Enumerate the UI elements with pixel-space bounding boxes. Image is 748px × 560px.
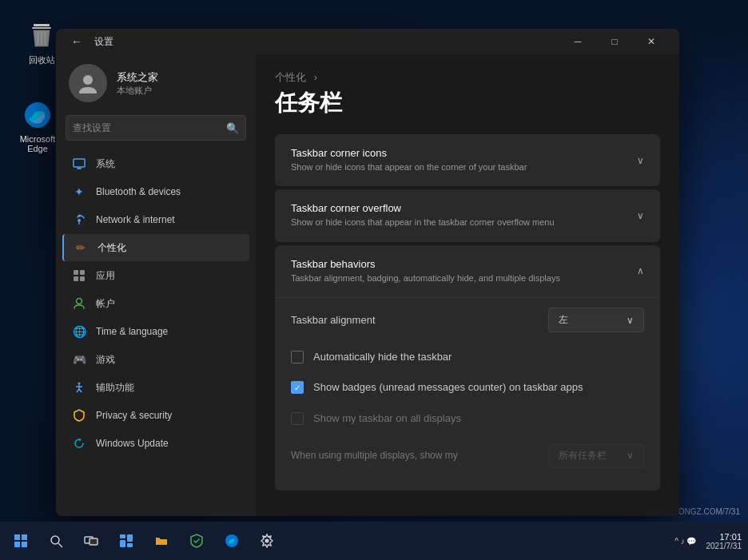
svg-point-36 <box>265 539 269 543</box>
settings-window: ← 设置 ─ □ ✕ <box>56 29 679 516</box>
svg-rect-15 <box>80 276 85 281</box>
accessibility-icon <box>72 380 86 395</box>
profile-sub: 本地账户 <box>117 85 158 97</box>
breadcrumb: 个性化 › <box>275 70 660 85</box>
svg-rect-1 <box>32 27 51 29</box>
page-title: 任务栏 <box>275 88 660 118</box>
sidebar-item-gaming[interactable]: 🎮 游戏 <box>62 346 249 373</box>
accounts-icon <box>72 296 86 311</box>
svg-line-21 <box>79 389 82 392</box>
personalization-icon: ✏ <box>74 240 88 255</box>
section-corner-overflow: Taskbar corner overflow Show or hide ico… <box>275 189 660 241</box>
time-icon: 🌐 <box>72 324 86 339</box>
sidebar-item-label-update: Windows Update <box>96 438 169 449</box>
svg-rect-33 <box>120 540 125 547</box>
taskbar: ^ ♪ 💬 17:01 2021/7/31 <box>0 522 748 560</box>
svg-rect-34 <box>127 543 133 547</box>
alignment-value: 左 <box>559 313 568 327</box>
svg-point-10 <box>78 219 81 222</box>
all-displays-label: Show my taskbar on all displays <box>313 411 461 426</box>
section-behaviors: Taskbar behaviors Taskbar alignment, bad… <box>275 245 660 490</box>
sidebar-item-accessibility[interactable]: 辅助功能 <box>62 374 249 401</box>
svg-rect-23 <box>14 534 20 540</box>
sidebar-item-update[interactable]: Windows Update <box>62 430 249 457</box>
section-behaviors-desc: Taskbar alignment, badging, automaticall… <box>291 272 560 284</box>
section-corner-overflow-text: Taskbar corner overflow Show or hide ico… <box>291 202 555 228</box>
svg-rect-26 <box>22 542 27 547</box>
section-corner-icons-title: Taskbar corner icons <box>291 147 527 159</box>
section-behaviors-chevron: ∧ <box>637 265 644 276</box>
svg-rect-7 <box>74 159 85 167</box>
section-corner-overflow-header[interactable]: Taskbar corner overflow Show or hide ico… <box>275 189 660 241</box>
section-corner-icons-chevron: ∨ <box>637 155 644 166</box>
sidebar-item-network[interactable]: Network & internet <box>62 206 249 233</box>
multiple-displays-dropdown: 所有任务栏 ∨ <box>548 443 644 468</box>
svg-line-28 <box>58 543 62 547</box>
svg-rect-25 <box>14 542 20 547</box>
sidebar-item-label-personalization: 个性化 <box>97 241 126 255</box>
sidebar-item-label-accounts: 帐户 <box>96 297 115 311</box>
sidebar-item-privacy[interactable]: Privacy & security <box>62 402 249 429</box>
sidebar-item-apps[interactable]: 应用 <box>62 262 249 289</box>
title-bar: ← 设置 ─ □ ✕ <box>56 29 679 54</box>
page-header: 个性化 › 任务栏 <box>275 70 660 118</box>
svg-rect-14 <box>74 276 78 281</box>
svg-rect-12 <box>74 270 78 275</box>
section-corner-overflow-chevron: ∨ <box>637 210 644 221</box>
search-box[interactable]: 🔍 <box>66 115 246 141</box>
section-behaviors-title: Taskbar behaviors <box>291 258 560 270</box>
sidebar-item-time[interactable]: 🌐 Time & language <box>62 318 249 345</box>
minimize-button[interactable]: ─ <box>559 29 596 54</box>
edge-taskbar-button[interactable] <box>216 525 248 557</box>
desktop: 回收站 Microsoft Edge ← 设置 ─ □ <box>0 0 748 560</box>
alignment-row: Taskbar alignment 左 ∨ <box>291 298 644 342</box>
update-icon <box>72 436 86 451</box>
breadcrumb-separator: › <box>314 71 317 83</box>
badges-checkbox[interactable] <box>291 381 304 394</box>
explorer-button[interactable] <box>145 525 177 557</box>
auto-hide-checkbox[interactable] <box>291 351 304 363</box>
widgets-button[interactable] <box>110 525 142 557</box>
svg-rect-0 <box>34 24 50 26</box>
clock-date: 2021/7/31 <box>706 542 742 550</box>
sidebar-item-label-privacy: Privacy & security <box>96 410 172 421</box>
section-corner-icons-text: Taskbar corner icons Show or hide icons … <box>291 147 527 173</box>
badges-label: Show badges (unread messages counter) on… <box>313 380 583 395</box>
section-corner-icons: Taskbar corner icons Show or hide icons … <box>275 134 660 186</box>
multiple-displays-label: When using multiple displays, show my <box>291 449 458 463</box>
start-button[interactable] <box>5 525 37 557</box>
breadcrumb-parent: 个性化 <box>275 71 306 83</box>
taskview-button[interactable] <box>75 525 107 557</box>
sidebar-item-system[interactable]: 系统 <box>62 150 249 177</box>
security-button[interactable] <box>181 525 213 557</box>
search-icon: 🔍 <box>226 122 239 134</box>
maximize-button[interactable]: □ <box>596 29 633 54</box>
avatar <box>69 64 107 102</box>
sidebar-item-label-apps: 应用 <box>96 269 115 283</box>
settings-body: 系统之家 本地账户 🔍 <box>56 54 679 516</box>
taskbar-search-button[interactable] <box>40 525 72 557</box>
alignment-dropdown-chevron: ∨ <box>627 315 634 326</box>
recycle-bin-image <box>26 19 58 51</box>
close-button[interactable]: ✕ <box>633 29 670 54</box>
section-corner-overflow-desc: Show or hide icons that appear in the ta… <box>291 216 555 228</box>
settings-sidebar: 系统之家 本地账户 🔍 <box>56 54 256 516</box>
search-input[interactable] <box>73 122 226 133</box>
all-displays-row: Show my taskbar on all displays <box>291 403 644 434</box>
sidebar-item-personalization[interactable]: ✏ 个性化 <box>62 234 249 261</box>
svg-rect-13 <box>80 270 85 275</box>
back-button[interactable]: ← <box>66 30 88 53</box>
clock-time: 17:01 <box>719 532 742 542</box>
alignment-dropdown[interactable]: 左 ∨ <box>548 308 644 332</box>
sidebar-item-accounts[interactable]: 帐户 <box>62 290 249 317</box>
svg-rect-24 <box>22 534 27 540</box>
privacy-icon <box>72 408 86 423</box>
settings-main: 个性化 › 任务栏 Taskbar corner icons Show or h… <box>256 54 679 516</box>
profile-section[interactable]: 系统之家 本地账户 <box>62 54 249 115</box>
section-corner-icons-header[interactable]: Taskbar corner icons Show or hide icons … <box>275 134 660 186</box>
sidebar-item-bluetooth[interactable]: ✦ Bluetooth & devices <box>62 178 249 205</box>
section-behaviors-text: Taskbar behaviors Taskbar alignment, bad… <box>291 258 560 284</box>
settings-taskbar-button[interactable] <box>251 525 283 557</box>
section-behaviors-header[interactable]: Taskbar behaviors Taskbar alignment, bad… <box>275 245 660 297</box>
sidebar-item-label-system: 系统 <box>96 157 115 171</box>
